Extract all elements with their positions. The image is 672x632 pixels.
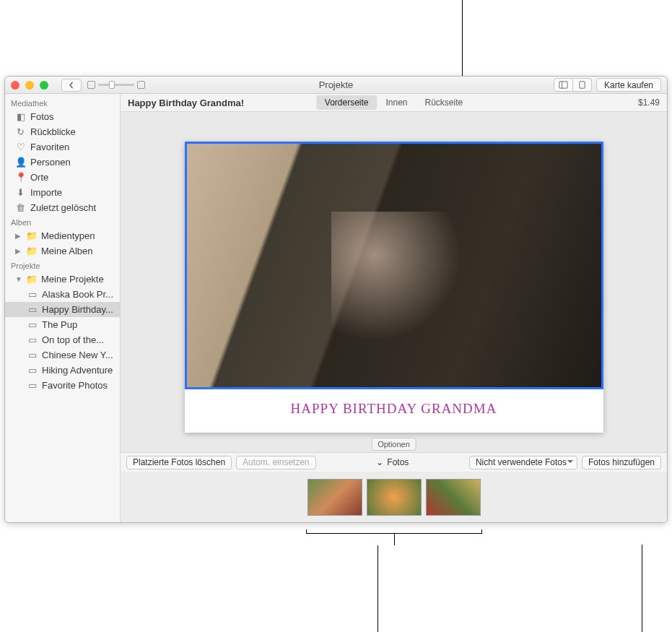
sidebar-item-project[interactable]: ▭ Alaska Book Pr...	[5, 287, 120, 302]
disclosure-triangle-icon[interactable]: ▶	[15, 247, 22, 255]
disclosure-triangle-icon[interactable]: ▼	[15, 275, 22, 283]
folder-icon: 📁	[26, 246, 37, 256]
sidebar-item-people[interactable]: 👤 Personen	[5, 155, 120, 170]
card-preview[interactable]: HAPPY BIRTHDAY GRANDMA	[185, 142, 603, 433]
tab-front[interactable]: Vorderseite	[316, 95, 378, 110]
sidebar-item-project[interactable]: ▭ On top of the...	[5, 332, 120, 347]
sidebar-item-label: Orte	[30, 172, 48, 183]
slideshow-icon: ▭	[27, 380, 38, 391]
card-icon: ▭	[27, 334, 38, 345]
sidebar-item-label: Favorite Photos	[42, 380, 108, 391]
sidebar-item-label: Zuletzt gelöscht	[30, 202, 96, 213]
sidebar-item-label: Fotos	[30, 111, 54, 122]
placed-photo	[187, 144, 601, 387]
sidebar-item-label: Hiking Adventure	[42, 365, 113, 376]
photo-filter-select[interactable]: Nicht verwendete Fotos	[469, 456, 577, 469]
zoom-small-icon	[87, 81, 95, 89]
view-toggle-group	[554, 78, 592, 92]
card-face-tabs: Vorderseite Innen Rückseite	[316, 95, 471, 110]
close-window-button[interactable]	[11, 81, 19, 90]
info-toggle-button[interactable]	[573, 78, 592, 92]
tab-back[interactable]: Rückseite	[416, 95, 472, 110]
sidebar-item-places[interactable]: 📍 Orte	[5, 170, 120, 185]
sidebar-item-label: Rückblicke	[30, 126, 76, 137]
zoom-slider[interactable]	[87, 81, 145, 89]
titlebar: Projekte Karte kaufen	[5, 77, 667, 94]
project-subheader: Happy Birthday Grandma! Vorderseite Inne…	[121, 94, 667, 112]
book-icon: ▭	[27, 365, 38, 376]
chevron-down-icon: ⌄	[376, 457, 383, 467]
callout-line-right	[642, 545, 642, 632]
sidebar-item-photos[interactable]: ◧ Fotos	[5, 109, 120, 124]
zoom-window-button[interactable]	[40, 81, 48, 90]
svg-rect-0	[559, 82, 567, 88]
heart-icon: ♡	[15, 142, 26, 152]
sidebar-item-imports[interactable]: ⬇ Importe	[5, 185, 120, 200]
sidebar-item-my-albums[interactable]: ▶ 📁 Meine Alben	[5, 243, 120, 259]
card-photo-frame[interactable]	[185, 142, 603, 389]
traffic-lights	[11, 81, 48, 90]
buy-card-button[interactable]: Karte kaufen	[596, 78, 661, 92]
auto-fill-button[interactable]: Autom. einsetzen	[236, 456, 316, 469]
sidebar-item-recently-deleted[interactable]: 🗑 Zuletzt gelöscht	[5, 200, 120, 215]
sidebar-item-project[interactable]: ▭ Chinese New Y...	[5, 347, 120, 363]
minimize-window-button[interactable]	[25, 81, 34, 90]
sidebar-item-project[interactable]: ▭ The Pup	[5, 317, 120, 332]
card-icon: ▭	[27, 304, 38, 315]
sidebar-item-label: Meine Projekte	[41, 274, 104, 285]
sidebar-item-label: Medientypen	[41, 230, 95, 241]
clear-placed-photos-button[interactable]: Platzierte Fotos löschen	[126, 456, 232, 469]
panel-icon	[577, 80, 587, 90]
sidebar-item-project[interactable]: ▭ Favorite Photos	[5, 378, 120, 393]
disclosure-triangle-icon[interactable]: ▶	[15, 232, 22, 240]
sidebar-item-label: On top of the...	[42, 334, 104, 345]
sidebar-section-projects: Projekte	[5, 259, 120, 272]
sidebar-item-label: Favoriten	[30, 142, 69, 152]
photo-filter-label: Nicht verwendete Fotos	[476, 457, 567, 467]
project-title: Happy Birthday Grandma!	[128, 98, 244, 108]
sidebar-item-project[interactable]: ▭ Happy Birthday...	[5, 302, 120, 317]
back-button[interactable]	[61, 79, 82, 92]
zoom-large-icon	[137, 81, 145, 89]
svg-rect-2	[580, 82, 585, 88]
book-icon: ▭	[27, 289, 38, 300]
photo-thumbnail[interactable]	[426, 479, 481, 516]
add-photos-button[interactable]: Fotos hinzufügen	[582, 456, 661, 469]
pin-icon: 📍	[15, 172, 26, 183]
sidebar-item-label: The Pup	[42, 319, 77, 330]
download-icon: ⬇	[15, 187, 26, 198]
folder-icon: 📁	[26, 274, 37, 285]
sidebar: Mediathek ◧ Fotos ↻ Rückblicke ♡ Favorit…	[5, 94, 121, 522]
sidebar-toggle-button[interactable]	[554, 78, 573, 92]
sidebar-item-label: Meine Alben	[41, 246, 93, 256]
person-icon: 👤	[15, 157, 26, 168]
sidebar-item-project[interactable]: ▭ Hiking Adventure	[5, 363, 120, 378]
chevron-left-icon	[68, 82, 75, 89]
sidebar-item-label: Happy Birthday...	[42, 304, 113, 315]
photos-drawer-label: Fotos	[387, 457, 409, 467]
sidebar-item-label: Personen	[30, 157, 71, 168]
photo-thumbnail[interactable]	[367, 479, 422, 516]
sidebar-item-label: Importe	[30, 187, 62, 198]
options-button[interactable]: Optionen	[371, 438, 416, 451]
photo-thumbnail[interactable]	[307, 479, 362, 516]
photos-drawer-toggle[interactable]: ⌄ Fotos	[376, 457, 409, 467]
folder-icon: 📁	[26, 230, 37, 241]
tab-inside[interactable]: Innen	[377, 95, 416, 110]
sidebar-item-favorites[interactable]: ♡ Favoriten	[5, 139, 120, 155]
card-canvas: HAPPY BIRTHDAY GRANDMA	[121, 112, 667, 452]
price-label: $1.49	[638, 98, 660, 108]
app-window: Projekte Karte kaufen Mediathek ◧ Fotos …	[4, 76, 668, 523]
sidebar-item-my-projects[interactable]: ▼ 📁 Meine Projekte	[5, 272, 120, 287]
clock-icon: ↻	[15, 126, 26, 137]
sidebar-item-memories[interactable]: ↻ Rückblicke	[5, 124, 120, 139]
sidebar-icon	[559, 80, 568, 90]
sidebar-item-label: Alaska Book Pr...	[42, 289, 113, 300]
callout-line-bottom	[378, 545, 378, 632]
card-caption-text[interactable]: HAPPY BIRTHDAY GRANDMA	[185, 389, 603, 433]
card-icon: ▭	[27, 350, 38, 360]
sidebar-item-label: Chinese New Y...	[42, 350, 113, 360]
trash-icon: 🗑	[15, 202, 26, 213]
sidebar-item-media-types[interactable]: ▶ 📁 Medientypen	[5, 228, 120, 243]
sidebar-section-albums: Alben	[5, 215, 120, 228]
